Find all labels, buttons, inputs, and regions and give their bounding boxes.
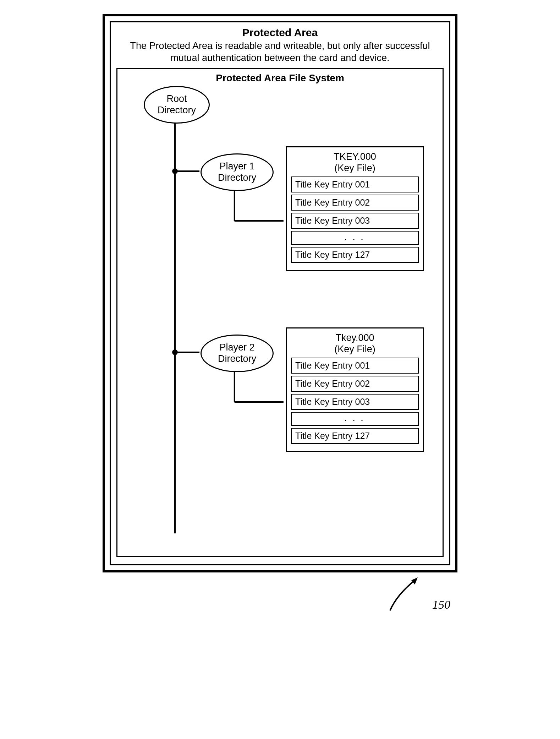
keyfile-entry: Title Key Entry 003 [291,213,419,229]
player2-keyfile-name: Tkey.000 [335,332,374,343]
keyfile-entry: Title Key Entry 002 [291,376,419,392]
filesystem-box: Protected Area File System [116,68,444,557]
keyfile-entry: Title Key Entry 003 [291,394,419,410]
protected-area-title: Protected Area [116,27,444,39]
player1-keyfile-box: TKEY.000 (Key File) Title Key Entry 001 … [286,146,424,271]
reference-arrow-area: 150 [103,577,457,619]
protected-area-box: Protected Area The Protected Area is rea… [110,21,450,565]
player2-keyfile-box: Tkey.000 (Key File) Title Key Entry 001 … [286,327,424,452]
player1-keyfile-name: TKEY.000 [334,151,376,162]
player1-keyfile-title: TKEY.000 (Key File) [291,151,419,174]
svg-marker-9 [411,577,418,585]
keyfile-entry-ellipsis: . . . [291,231,419,245]
player1-directory-label: Player 1 Directory [218,161,256,183]
player1-keyfile-subtitle: (Key File) [334,163,375,173]
protected-area-description: The Protected Area is readable and write… [116,40,444,64]
svg-point-3 [172,349,178,355]
player1-directory-node: Player 1 Directory [201,153,274,191]
player2-keyfile-subtitle: (Key File) [334,344,375,354]
outer-frame: Protected Area The Protected Area is rea… [103,14,457,572]
svg-point-1 [172,168,178,174]
reference-arrow-icon [103,577,457,619]
keyfile-entry: Title Key Entry 002 [291,195,419,211]
keyfile-entry: Title Key Entry 001 [291,358,419,374]
keyfile-entry-ellipsis: . . . [291,412,419,426]
root-directory-node: Root Directory [144,86,210,124]
keyfile-entry: Title Key Entry 127 [291,247,419,263]
reference-number: 150 [432,598,450,612]
keyfile-entry: Title Key Entry 127 [291,428,419,444]
tree-area: Root Directory Player 1 Directory TKEY.0… [122,86,438,548]
player2-directory-node: Player 2 Directory [201,335,274,372]
filesystem-title: Protected Area File System [122,72,438,84]
player2-directory-label: Player 2 Directory [218,342,256,364]
player2-keyfile-title: Tkey.000 (Key File) [291,332,419,355]
root-directory-label: Root Directory [158,93,196,115]
keyfile-entry: Title Key Entry 001 [291,176,419,192]
